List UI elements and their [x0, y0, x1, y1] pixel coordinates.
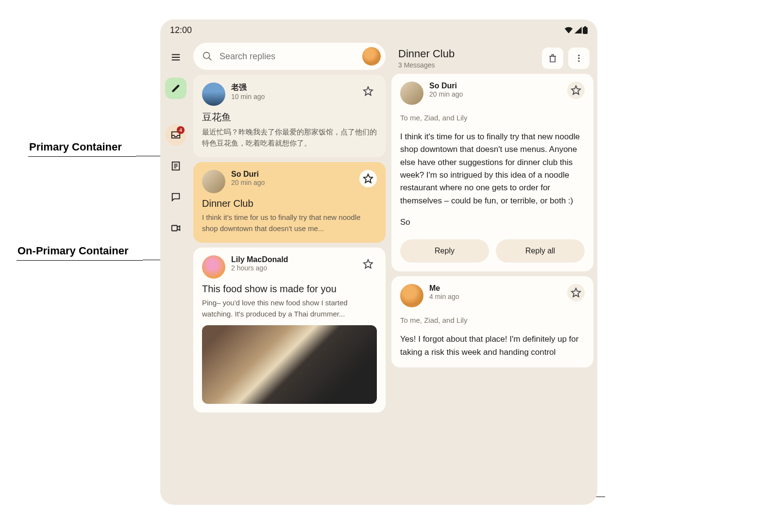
avatar — [400, 284, 423, 307]
list-pane: 老强 10 min ago 豆花鱼 最近忙吗？昨晚我去了你最爱的那家饭馆，点了他… — [191, 41, 389, 505]
svg-point-4 — [203, 52, 210, 59]
sender-name: So Duri — [429, 82, 561, 90]
detail-header: Dinner Club 3 Messages — [391, 43, 593, 69]
recipients: To me, Ziad, and Lily — [400, 316, 585, 324]
menu-icon — [170, 52, 181, 63]
timestamp: 10 min ago — [231, 93, 354, 100]
list-item[interactable]: 老强 10 min ago 豆花鱼 最近忙吗？昨晚我去了你最爱的那家饭馆，点了他… — [193, 75, 386, 157]
detail-pane: Dinner Club 3 Messages So Duri 20 min ag… — [389, 41, 597, 505]
cell-icon — [574, 27, 582, 33]
item-thumbnail — [202, 325, 377, 404]
chat-icon — [170, 192, 181, 202]
thread-subtitle: 3 Messages — [398, 61, 537, 69]
status-time: 12:00 — [170, 25, 192, 35]
message-signoff: So — [400, 216, 585, 229]
reply-button[interactable]: Reply — [400, 239, 489, 263]
inbox-badge: 4 — [177, 126, 185, 134]
search-icon — [202, 51, 213, 62]
annotation-on-primary: On-Primary Container — [17, 245, 129, 257]
more-button[interactable] — [568, 48, 590, 69]
article-icon — [170, 161, 181, 171]
star-button[interactable] — [359, 170, 377, 187]
trash-icon — [548, 53, 557, 63]
list-item[interactable]: So Duri 20 min ago Dinner Club I think i… — [193, 162, 386, 243]
avatar — [202, 170, 225, 193]
avatar — [400, 82, 423, 105]
search-bar[interactable] — [193, 43, 386, 70]
item-title: This food show is made for you — [202, 283, 377, 295]
item-title: 豆花鱼 — [202, 111, 377, 124]
star-outline-icon — [363, 86, 373, 97]
message-body: Yes! I forgot about that place! I'm defi… — [400, 333, 585, 359]
compose-button[interactable] — [165, 78, 186, 99]
svg-rect-1 — [584, 26, 586, 28]
device-frame: 12:00 4 — [160, 19, 597, 505]
timestamp: 20 min ago — [429, 90, 561, 98]
delete-button[interactable] — [542, 48, 563, 69]
svg-rect-0 — [583, 27, 588, 34]
rail-video[interactable] — [165, 217, 186, 239]
star-button[interactable] — [567, 82, 585, 99]
svg-rect-3 — [172, 226, 177, 231]
item-title: Dinner Club — [202, 198, 377, 209]
battery-icon — [583, 26, 588, 34]
star-button[interactable] — [359, 255, 377, 273]
timestamp: 2 hours ago — [231, 264, 354, 272]
rail-articles[interactable] — [165, 155, 186, 177]
annotation-primary: Primary Container — [29, 141, 122, 153]
svg-point-5 — [578, 55, 579, 56]
message-body: I think it's time for us to finally try … — [400, 131, 585, 207]
star-outline-icon — [571, 287, 581, 298]
recipients: To me, Ziad, and Lily — [400, 114, 585, 122]
nav-rail: 4 — [160, 41, 191, 505]
status-bar: 12:00 — [160, 19, 597, 41]
star-outline-icon — [363, 259, 373, 269]
svg-point-7 — [578, 60, 579, 62]
star-button[interactable] — [567, 284, 585, 301]
sender-name: 老强 — [231, 83, 354, 93]
annotation-primary-underline — [28, 156, 136, 157]
thread-title: Dinner Club — [398, 48, 537, 60]
timestamp: 4 min ago — [429, 293, 561, 300]
wifi-icon — [564, 27, 573, 33]
menu-button[interactable] — [165, 47, 186, 68]
sender-name: Lily MacDonald — [231, 255, 354, 264]
svg-point-6 — [578, 57, 579, 59]
item-preview: I think it's time for us to finally try … — [202, 212, 377, 234]
rail-chat[interactable] — [165, 186, 186, 208]
annotation-on-primary-underline — [17, 260, 143, 261]
star-outline-icon — [363, 173, 373, 184]
sender-name: Me — [429, 284, 561, 293]
sender-name: So Duri — [231, 170, 354, 179]
item-preview: Ping– you'd love this new food show I st… — [202, 298, 377, 319]
pencil-icon — [171, 83, 181, 93]
search-input[interactable] — [220, 51, 355, 62]
avatar — [202, 83, 225, 106]
video-icon — [170, 223, 181, 233]
list-item[interactable]: Lily MacDonald 2 hours ago This food sho… — [193, 248, 386, 413]
reply-all-button[interactable]: Reply all — [496, 239, 585, 263]
profile-avatar[interactable] — [362, 47, 381, 66]
star-outline-icon — [571, 85, 581, 96]
message: Me 4 min ago To me, Ziad, and Lily Yes! … — [391, 276, 593, 367]
message: So Duri 20 min ago To me, Ziad, and Lily… — [391, 74, 593, 271]
star-button[interactable] — [359, 83, 377, 100]
rail-inbox[interactable]: 4 — [165, 124, 186, 146]
more-vert-icon — [574, 53, 584, 63]
item-preview: 最近忙吗？昨晚我去了你最爱的那家饭馆，点了他们的特色豆花鱼，吃着吃着就想你了。 — [202, 127, 377, 149]
status-icons — [564, 26, 588, 34]
avatar — [202, 255, 225, 279]
timestamp: 20 min ago — [231, 179, 354, 186]
